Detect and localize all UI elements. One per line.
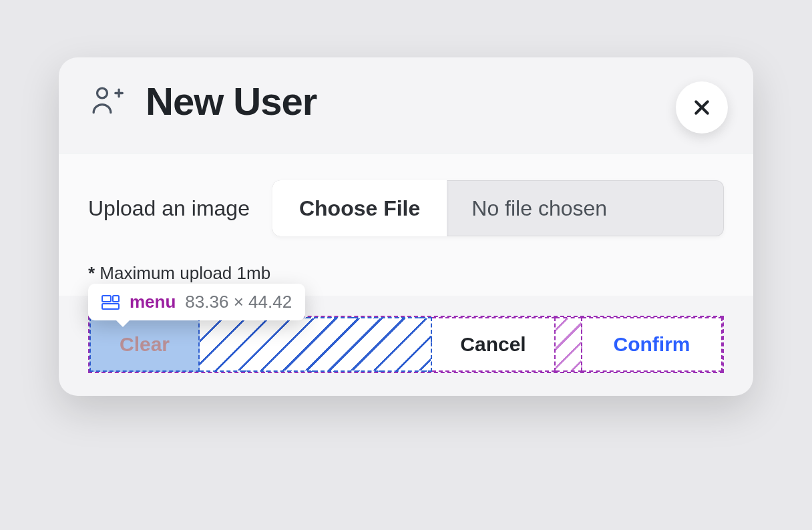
flex-free-space	[200, 317, 432, 372]
dialog-body: Upload an image Choose File No file chos…	[59, 153, 753, 296]
devtools-inspector-tooltip: menu 83.36 × 44.42	[88, 284, 305, 320]
file-status-text: No file chosen	[447, 180, 724, 236]
cancel-button-label: Cancel	[460, 333, 526, 356]
close-icon	[692, 97, 712, 117]
upload-label: Upload an image	[88, 196, 250, 221]
confirm-button[interactable]: Confirm	[582, 317, 723, 372]
dialog-title: New User	[146, 79, 317, 123]
flex-badge-icon	[102, 295, 120, 310]
confirm-button-label: Confirm	[614, 333, 690, 356]
hint-text: Maximum upload 1mb	[95, 263, 270, 283]
dialog-footer-flex-overlay: Clear Cancel Confirm	[88, 316, 724, 373]
close-button[interactable]	[676, 81, 728, 134]
clear-button[interactable]: Clear	[89, 317, 200, 372]
upload-row: Upload an image Choose File No file chos…	[88, 180, 724, 236]
svg-rect-7	[102, 304, 119, 309]
dialog-header: New User	[59, 57, 753, 153]
cancel-button[interactable]: Cancel	[432, 317, 556, 372]
clear-button-label: Clear	[120, 333, 170, 356]
svg-point-0	[97, 88, 108, 98]
file-chooser: Choose File No file chosen	[272, 180, 724, 236]
inspector-dimensions: 83.36 × 44.42	[185, 292, 292, 312]
svg-rect-5	[102, 296, 111, 302]
choose-file-button[interactable]: Choose File	[272, 180, 447, 236]
flex-gap	[556, 317, 582, 372]
svg-rect-6	[113, 296, 119, 302]
upload-hint: * Maximum upload 1mb	[88, 263, 724, 284]
hint-asterisk: *	[88, 263, 95, 283]
user-plus-icon	[88, 81, 126, 121]
inspector-element-tag: menu	[130, 292, 176, 312]
new-user-dialog: New User Upload an image Choose File No …	[59, 57, 753, 396]
